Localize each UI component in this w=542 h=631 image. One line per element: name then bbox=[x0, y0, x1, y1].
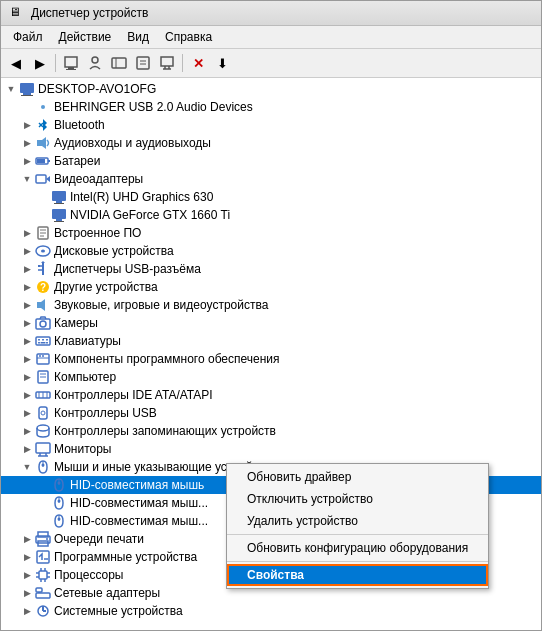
tree-item[interactable]: ▶Аудиовходы и аудиовыходы bbox=[1, 134, 541, 152]
root-expand[interactable]: ▼ bbox=[3, 81, 19, 97]
tree-item[interactable]: ▶Bluetooth bbox=[1, 116, 541, 134]
tree-item[interactable]: Intel(R) UHD Graphics 630 bbox=[1, 188, 541, 206]
expand-btn[interactable]: ▶ bbox=[19, 243, 35, 259]
expand-btn[interactable]: ▶ bbox=[19, 351, 35, 367]
context-menu-item[interactable]: Обновить драйвер bbox=[227, 466, 488, 488]
expand-btn[interactable]: ▶ bbox=[19, 297, 35, 313]
item-label: Встроенное ПО bbox=[54, 226, 539, 240]
tree-root[interactable]: ▼ DESKTOP-AVO1OFG bbox=[1, 80, 541, 98]
context-menu-item[interactable]: Обновить конфигурацию оборудования bbox=[227, 537, 488, 559]
tree-item[interactable]: ▶Батареи bbox=[1, 152, 541, 170]
tree-item[interactable]: ▶Клавиатуры bbox=[1, 332, 541, 350]
context-menu-item[interactable]: Удалить устройство bbox=[227, 510, 488, 532]
expand-btn[interactable] bbox=[35, 513, 51, 529]
expand-btn[interactable]: ▶ bbox=[19, 279, 35, 295]
menu-action[interactable]: Действие bbox=[51, 28, 120, 46]
expand-btn[interactable] bbox=[35, 495, 51, 511]
menu-help[interactable]: Справка bbox=[157, 28, 220, 46]
expand-btn[interactable]: ▶ bbox=[19, 603, 35, 619]
svg-rect-53 bbox=[38, 342, 40, 344]
item-icon bbox=[51, 495, 67, 511]
tree-item[interactable]: ▶Компьютер bbox=[1, 368, 541, 386]
expand-btn[interactable]: ▶ bbox=[19, 387, 35, 403]
expand-btn[interactable] bbox=[35, 189, 51, 205]
item-icon bbox=[35, 99, 51, 115]
svg-point-75 bbox=[42, 464, 45, 467]
svg-rect-4 bbox=[112, 58, 126, 68]
expand-btn[interactable] bbox=[35, 477, 51, 493]
tree-item[interactable]: ▶Контроллеры USB bbox=[1, 404, 541, 422]
item-icon bbox=[51, 477, 67, 493]
svg-rect-49 bbox=[36, 337, 50, 345]
expand-btn[interactable]: ▶ bbox=[19, 117, 35, 133]
svg-rect-26 bbox=[52, 191, 66, 201]
item-icon bbox=[35, 135, 51, 151]
tree-item[interactable]: ▶Контроллеры запоминающих устройств bbox=[1, 422, 541, 440]
toolbar-sep-2 bbox=[182, 54, 183, 72]
tree-item[interactable]: ▶?Другие устройства bbox=[1, 278, 541, 296]
expand-btn[interactable] bbox=[19, 99, 35, 115]
expand-btn[interactable]: ▶ bbox=[19, 315, 35, 331]
expand-btn[interactable] bbox=[35, 207, 51, 223]
expand-btn[interactable]: ▼ bbox=[19, 459, 35, 475]
tree-item[interactable]: ▶Встроенное ПО bbox=[1, 224, 541, 242]
tree-item[interactable]: ▶Контроллеры IDE ATA/ATAPI bbox=[1, 386, 541, 404]
expand-btn[interactable]: ▶ bbox=[19, 567, 35, 583]
item-icon bbox=[35, 603, 51, 619]
root-label: DESKTOP-AVO1OFG bbox=[38, 82, 539, 96]
expand-btn[interactable]: ▼ bbox=[19, 171, 35, 187]
svg-rect-2 bbox=[66, 69, 76, 70]
svg-rect-14 bbox=[23, 93, 31, 95]
forward-button[interactable]: ▶ bbox=[29, 52, 51, 74]
svg-rect-70 bbox=[36, 443, 50, 453]
remove-button[interactable]: ✕ bbox=[187, 52, 209, 74]
item-icon bbox=[35, 315, 51, 331]
svg-point-3 bbox=[92, 57, 98, 63]
tree-item[interactable]: ▶Системные устройства bbox=[1, 602, 541, 620]
tree-item[interactable]: NVIDIA GeForce GTX 1660 Ti bbox=[1, 206, 541, 224]
toolbar-btn-4[interactable] bbox=[132, 52, 154, 74]
tree-item[interactable]: ▶Камеры bbox=[1, 314, 541, 332]
tree-item[interactable]: BEHRINGER USB 2.0 Audio Devices bbox=[1, 98, 541, 116]
expand-btn[interactable]: ▶ bbox=[19, 135, 35, 151]
expand-btn[interactable]: ▶ bbox=[19, 153, 35, 169]
svg-marker-43 bbox=[41, 261, 45, 263]
svg-point-59 bbox=[42, 355, 44, 357]
svg-rect-46 bbox=[37, 302, 41, 308]
svg-rect-97 bbox=[36, 593, 50, 598]
item-label: Видеоадаптеры bbox=[54, 172, 539, 186]
svg-rect-24 bbox=[36, 175, 46, 183]
tree-item[interactable]: ▼Видеоадаптеры bbox=[1, 170, 541, 188]
svg-point-79 bbox=[58, 500, 61, 503]
toolbar-btn-1[interactable] bbox=[60, 52, 82, 74]
svg-rect-30 bbox=[56, 219, 62, 221]
toolbar-btn-5[interactable] bbox=[156, 52, 178, 74]
item-label: Дисковые устройства bbox=[54, 244, 539, 258]
context-menu-item[interactable]: Отключить устройство bbox=[227, 488, 488, 510]
tree-item[interactable]: ▶Звуковые, игровые и видеоустройства bbox=[1, 296, 541, 314]
back-button[interactable]: ◀ bbox=[5, 52, 27, 74]
expand-btn[interactable]: ▶ bbox=[19, 405, 35, 421]
item-icon bbox=[51, 189, 67, 205]
download-button[interactable]: ⬇ bbox=[211, 52, 233, 74]
expand-btn[interactable]: ▶ bbox=[19, 225, 35, 241]
menu-view[interactable]: Вид bbox=[119, 28, 157, 46]
svg-rect-9 bbox=[161, 57, 173, 66]
expand-btn[interactable]: ▶ bbox=[19, 549, 35, 565]
context-menu-item[interactable]: Свойства bbox=[227, 564, 488, 586]
expand-btn[interactable]: ▶ bbox=[19, 531, 35, 547]
tree-item[interactable]: ▶Дисковые устройства bbox=[1, 242, 541, 260]
expand-btn[interactable]: ▶ bbox=[19, 369, 35, 385]
expand-btn[interactable]: ▶ bbox=[19, 423, 35, 439]
expand-btn[interactable]: ▶ bbox=[19, 441, 35, 457]
svg-rect-20 bbox=[37, 140, 42, 146]
expand-btn[interactable]: ▶ bbox=[19, 585, 35, 601]
toolbar-btn-3[interactable] bbox=[108, 52, 130, 74]
tree-item[interactable]: ▶Диспетчеры USB-разъёма bbox=[1, 260, 541, 278]
tree-item[interactable]: ▶Компоненты программного обеспечения bbox=[1, 350, 541, 368]
menu-file[interactable]: Файл bbox=[5, 28, 51, 46]
expand-btn[interactable]: ▶ bbox=[19, 333, 35, 349]
toolbar-btn-2[interactable] bbox=[84, 52, 106, 74]
tree-item[interactable]: ▶Мониторы bbox=[1, 440, 541, 458]
expand-btn[interactable]: ▶ bbox=[19, 261, 35, 277]
